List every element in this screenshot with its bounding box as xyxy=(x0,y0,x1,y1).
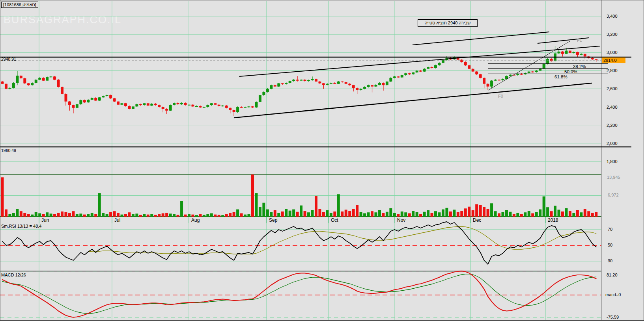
volume-bar xyxy=(434,211,437,217)
candle-body xyxy=(487,84,489,87)
volume-bar xyxy=(102,213,105,217)
volume-axis-mid-label: 6,972 xyxy=(608,193,619,197)
volume-bar xyxy=(535,212,538,217)
volume-bar xyxy=(539,210,541,217)
volume-bar xyxy=(333,212,336,217)
candle-body xyxy=(225,106,228,108)
candle-body xyxy=(363,87,366,89)
volume-bar xyxy=(150,214,153,217)
volume-bar xyxy=(565,208,567,217)
support-price-label: 1960.49 xyxy=(1,148,16,153)
rsi-indicator-label: Sm.RSI 13/13 = 48.4 xyxy=(1,224,41,228)
candle-body xyxy=(154,104,157,105)
volume-bar xyxy=(199,214,202,217)
volume-bar xyxy=(322,212,325,217)
candle-body xyxy=(72,105,75,108)
volume-bar xyxy=(479,205,482,217)
volume-bar xyxy=(16,209,19,217)
candlesticks xyxy=(1,46,598,116)
candle-body xyxy=(199,106,202,107)
candle-body xyxy=(375,85,377,87)
last-price-tag: 2914.0 xyxy=(602,58,625,63)
volume-bar xyxy=(449,212,452,217)
volume-bar xyxy=(483,207,485,217)
candle-body xyxy=(516,74,519,75)
volume-bar xyxy=(214,215,217,217)
volume-bar xyxy=(520,214,523,217)
volume-bar xyxy=(389,208,392,217)
volume-bar xyxy=(498,213,500,217)
volume-bar xyxy=(501,212,504,217)
candle-body xyxy=(404,73,407,75)
volume-bar xyxy=(255,193,258,217)
volume-bar xyxy=(468,207,470,217)
volume-bar xyxy=(64,212,67,217)
volume-bar xyxy=(401,212,403,217)
macd-zero-label: macd=0 xyxy=(605,292,621,297)
candle-body xyxy=(147,103,149,106)
candle-body xyxy=(169,105,172,111)
candle-body xyxy=(236,107,239,112)
volume-bar xyxy=(445,208,448,217)
annotation-note[interactable]: שבירה 2940 תוציא סטייה xyxy=(418,19,478,27)
volume-bar xyxy=(412,211,414,217)
volume-bar xyxy=(307,212,310,217)
volume-bar xyxy=(221,215,224,217)
candle-body xyxy=(397,76,399,77)
volume-bar xyxy=(494,211,497,217)
candle-body xyxy=(431,67,433,68)
volume-bar xyxy=(558,210,560,217)
volume-bar xyxy=(404,212,407,217)
fib-level-label: 61.8% xyxy=(554,74,567,79)
volume-bar xyxy=(195,215,198,217)
volume-bar xyxy=(206,214,209,217)
volume-bar xyxy=(341,212,343,217)
volume-bar xyxy=(345,210,347,217)
candle-body xyxy=(289,81,291,83)
candle-body xyxy=(494,80,497,80)
volume-bar xyxy=(580,212,582,217)
volume-bar xyxy=(416,212,418,217)
volume-bar xyxy=(31,215,34,217)
volume-bar xyxy=(154,215,157,217)
candle-body xyxy=(255,102,258,108)
candle-body xyxy=(117,102,119,105)
volume-bar xyxy=(348,211,351,217)
candle-body xyxy=(281,83,284,84)
candle-body xyxy=(543,64,545,69)
candle-body xyxy=(300,80,302,80)
candle-body xyxy=(259,95,261,102)
volume-bar xyxy=(180,201,183,217)
trendlines[interactable] xyxy=(234,32,600,118)
volume-bar xyxy=(83,215,86,217)
volume-bar xyxy=(76,214,78,217)
candle-body xyxy=(244,107,246,108)
candle-body xyxy=(315,79,317,82)
volume-bar xyxy=(248,214,250,217)
volume-bar xyxy=(408,213,411,217)
candle-body xyxy=(565,51,567,54)
fibonacci-retracement[interactable] xyxy=(488,63,608,73)
candle-body xyxy=(53,76,56,80)
candle-body xyxy=(87,100,90,102)
volume-bar xyxy=(528,211,530,217)
volume-bar xyxy=(296,212,299,217)
volume-bar xyxy=(397,214,399,217)
candle-body xyxy=(438,63,441,65)
volume-bar xyxy=(35,212,37,217)
candle-body xyxy=(569,51,571,53)
candle-body xyxy=(427,67,429,69)
volume-bar xyxy=(1,177,4,217)
chart-canvas xyxy=(0,0,644,321)
volume-bar xyxy=(266,210,269,217)
volume-bar xyxy=(311,210,314,217)
candle-body xyxy=(539,69,541,71)
volume-bar xyxy=(270,212,273,217)
volume-bar xyxy=(23,213,26,217)
candle-body xyxy=(419,71,422,71)
candle-body xyxy=(270,85,273,89)
volume-bar xyxy=(124,214,127,217)
candle-body xyxy=(550,59,553,61)
volume-bar xyxy=(132,214,134,217)
volume-bar xyxy=(147,215,149,217)
